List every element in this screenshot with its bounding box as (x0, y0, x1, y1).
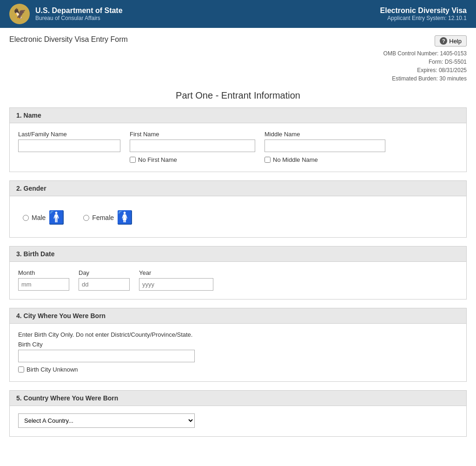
female-option: Female 🚺 (83, 211, 133, 224)
no-middle-name-label: No Middle Name (273, 156, 318, 163)
day-label: Day (79, 269, 130, 276)
middle-name-label: Middle Name (264, 131, 458, 138)
birth-city-section-header: 4. City Where You Were Born (10, 308, 466, 324)
no-first-name-label: No First Name (138, 156, 177, 163)
name-section: 1. Name Last/Family Name First Name No F… (9, 107, 467, 172)
year-label: Year (139, 269, 213, 276)
main-content: Electronic Diversity Visa Entry Form ? H… (0, 28, 476, 453)
visa-subtitle: Applicant Entry System: 12.10.1 (380, 15, 467, 21)
month-input[interactable] (18, 278, 69, 291)
birth-city-unknown-label: Birth City Unknown (26, 366, 78, 373)
middle-name-group: Middle Name No Middle Name (264, 131, 458, 163)
birth-city-section: 4. City Where You Were Born Enter Birth … (9, 308, 467, 382)
female-icon: 🚺 (117, 211, 133, 224)
gender-section-header: 2. Gender (10, 181, 466, 196)
help-icon: ? (440, 37, 447, 45)
page-header: 🦅 U.S. Department of State Bureau of Con… (0, 0, 476, 28)
male-label: Male (32, 214, 46, 221)
omb-expires: Expires: 08/31/2025 (383, 66, 467, 74)
top-bar: Electronic Diversity Visa Entry Form ? H… (9, 35, 467, 83)
birth-city-input[interactable] (18, 350, 195, 362)
birthdate-section-header: 3. Birth Date (10, 246, 466, 262)
omb-info: OMB Control Number: 1405-0153 Form: DS-5… (383, 49, 467, 83)
top-right-info: ? Help OMB Control Number: 1405-0153 For… (383, 35, 467, 83)
name-section-header: 1. Name (10, 108, 466, 123)
first-name-group: First Name No First Name (130, 131, 255, 163)
omb-form: Form: DS-5501 (383, 58, 467, 66)
no-first-name-checkbox[interactable] (130, 157, 136, 163)
first-name-label: First Name (130, 131, 255, 138)
department-info: U.S. Department of State Bureau of Consu… (35, 7, 123, 21)
birth-city-unknown-row: Birth City Unknown (18, 366, 458, 373)
omb-burden: Estimated Burden: 30 minutes (383, 74, 467, 83)
section-title: Part One - Entrant Information (9, 90, 467, 101)
middle-name-input[interactable] (264, 140, 385, 152)
month-label: Month (18, 269, 69, 276)
department-name: U.S. Department of State (35, 7, 123, 15)
gender-section-body: Male 🚹 Female 🚺 (10, 196, 466, 237)
header-left: 🦅 U.S. Department of State Bureau of Con… (9, 4, 123, 24)
birth-country-section-header: 5. Country Where You Were Born (10, 391, 466, 406)
birthdate-section-body: Month Day Year (10, 262, 466, 299)
first-name-input[interactable] (130, 140, 255, 152)
country-select[interactable]: Select A Country... (18, 413, 195, 428)
header-right: Electronic Diversity Visa Applicant Entr… (380, 7, 467, 21)
gender-section: 2. Gender Male 🚹 Female 🚺 (9, 180, 467, 238)
male-icon: 🚹 (48, 211, 65, 224)
female-label: Female (92, 214, 114, 221)
birth-city-section-body: Enter Birth City Only. Do not enter Dist… (10, 324, 466, 381)
visa-title: Electronic Diversity Visa (380, 7, 467, 15)
name-section-body: Last/Family Name First Name No First Nam… (10, 123, 466, 172)
birth-city-label: Birth City (18, 341, 458, 348)
last-name-group: Last/Family Name (18, 131, 120, 163)
year-group: Year (139, 269, 213, 291)
bureau-name: Bureau of Consular Affairs (35, 15, 123, 21)
department-seal: 🦅 (9, 4, 30, 24)
help-button[interactable]: ? Help (435, 35, 467, 47)
form-title: Electronic Diversity Visa Entry Form (9, 35, 128, 44)
last-name-label: Last/Family Name (18, 131, 120, 138)
year-input[interactable] (139, 278, 213, 291)
birth-country-section: 5. Country Where You Were Born Select A … (9, 390, 467, 437)
help-label: Help (449, 38, 462, 45)
birth-city-group: Birth City (18, 341, 458, 362)
birthdate-section: 3. Birth Date Month Day Year (9, 246, 467, 300)
omb-control: OMB Control Number: 1405-0153 (383, 49, 467, 58)
no-first-name-row: No First Name (130, 156, 255, 163)
last-name-input[interactable] (18, 140, 120, 152)
month-group: Month (18, 269, 69, 291)
day-group: Day (79, 269, 130, 291)
no-middle-name-checkbox[interactable] (264, 157, 271, 163)
male-radio[interactable] (23, 215, 29, 221)
no-middle-name-row: No Middle Name (264, 156, 458, 163)
female-radio[interactable] (83, 215, 89, 221)
gender-options: Male 🚹 Female 🚺 (18, 204, 458, 229)
day-input[interactable] (79, 278, 130, 291)
name-fields: Last/Family Name First Name No First Nam… (18, 131, 458, 163)
male-option: Male 🚹 (23, 211, 65, 224)
birth-city-unknown-checkbox[interactable] (18, 366, 24, 373)
birth-country-section-body: Select A Country... (10, 406, 466, 436)
birth-city-note: Enter Birth City Only. Do not enter Dist… (18, 331, 458, 338)
birthdate-fields: Month Day Year (18, 269, 458, 291)
